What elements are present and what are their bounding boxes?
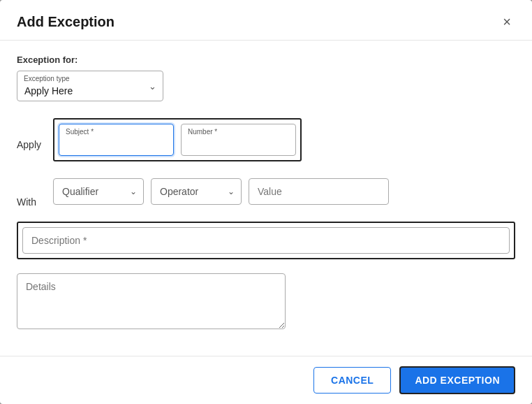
- operator-wrapper[interactable]: Operator ⌄: [151, 178, 242, 205]
- modal-footer: CANCEL ADD EXCEPTION: [0, 356, 532, 404]
- qualifier-wrapper[interactable]: Qualifier ⌄: [53, 178, 144, 205]
- modal-title: Add Exception: [17, 14, 114, 30]
- exception-type-dropdown[interactable]: Exception type Apply Here ⌄: [17, 71, 163, 101]
- cancel-button[interactable]: CANCEL: [313, 367, 391, 394]
- with-label: With: [17, 175, 45, 208]
- with-fields: Qualifier ⌄ Operator ⌄: [53, 178, 389, 205]
- subject-input[interactable]: [59, 124, 174, 156]
- exception-type-select[interactable]: Apply Here: [17, 71, 163, 101]
- exception-for-section: Exception for: Exception type Apply Here…: [17, 55, 515, 101]
- subject-field-group: Subject *: [59, 124, 174, 156]
- details-textarea[interactable]: [17, 273, 286, 329]
- modal-body: Exception for: Exception type Apply Here…: [0, 41, 532, 356]
- modal-header: Add Exception ×: [0, 0, 532, 41]
- apply-row: Apply Subject * Number *: [17, 118, 515, 161]
- add-exception-modal: Add Exception × Exception for: Exception…: [0, 0, 532, 404]
- number-input[interactable]: [181, 124, 296, 156]
- with-row: With Qualifier ⌄ Operator ⌄: [17, 175, 515, 208]
- close-button[interactable]: ×: [498, 13, 515, 31]
- value-input[interactable]: [249, 178, 389, 205]
- operator-select[interactable]: Operator: [151, 178, 242, 205]
- details-section: [17, 273, 515, 329]
- exception-for-label: Exception for:: [17, 55, 515, 65]
- description-input[interactable]: [22, 227, 510, 254]
- apply-label: Apply: [17, 118, 45, 150]
- modal-overlay: Add Exception × Exception for: Exception…: [0, 0, 532, 404]
- qualifier-select[interactable]: Qualifier: [53, 178, 144, 205]
- apply-fields: Subject * Number *: [53, 118, 302, 161]
- description-section: [17, 222, 515, 259]
- number-field-group: Number *: [181, 124, 296, 156]
- add-exception-button[interactable]: ADD EXCEPTION: [399, 366, 515, 394]
